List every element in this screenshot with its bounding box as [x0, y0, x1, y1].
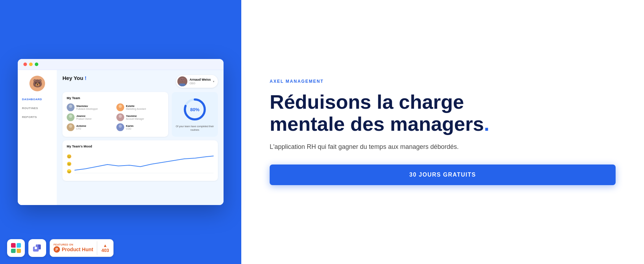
member-info-yasmine: Yasmine Account Manager	[126, 114, 144, 120]
member-name: Jeanne	[76, 114, 92, 118]
svg-rect-16	[117, 129, 123, 131]
member-avatar-stanislav	[67, 103, 75, 111]
svg-point-9	[69, 115, 72, 118]
member-role: Fullstack Developper	[76, 108, 98, 111]
browser-toolbar	[18, 59, 224, 70]
teams-badge[interactable]	[28, 239, 46, 257]
member-info-karim: Karim COO	[126, 124, 133, 130]
svg-rect-14	[68, 129, 73, 131]
mood-emoji-sad: 😞	[67, 169, 72, 174]
user-role: CEO	[189, 82, 211, 85]
app-greeting: Hey You !	[62, 75, 87, 81]
team-card-title: My Team	[67, 96, 164, 100]
browser-content: 🐻 DASHBOARD ROUTINES REPORTS Hey You !	[18, 70, 224, 205]
browser-dot-green	[35, 63, 38, 66]
member-role: Marketing Assistant	[126, 108, 146, 111]
mood-emoji-neutral: 😐	[67, 162, 72, 166]
ph-featured-on-label: FEATURED ON	[54, 243, 73, 246]
progress-description: Of your team have completed their routin…	[175, 125, 214, 132]
slack-badge[interactable]	[7, 239, 25, 257]
producthunt-badge[interactable]: FEATURED ON P Product Hunt ▲ 403	[50, 239, 114, 257]
member-name: Karim	[126, 124, 133, 128]
browser-dot-red	[23, 63, 27, 66]
ph-arrow-icon: ▲	[103, 243, 108, 248]
member-name: Yasmine	[126, 114, 144, 118]
member-info-jeanne: Jeanne Product Owner	[76, 114, 92, 120]
svg-point-15	[119, 125, 122, 128]
member-role: Product Owner	[76, 118, 92, 120]
ph-product-hunt-name: Product Hunt	[62, 247, 93, 252]
sidebar-avatar: 🐻	[29, 76, 45, 91]
user-details: Arnaud Weiss CEO	[189, 78, 211, 85]
hero-title-line2: mentale des managers	[270, 113, 484, 135]
member-info-estelle: Estelle Marketing Assistant	[126, 104, 146, 111]
ph-count: 403	[101, 248, 109, 253]
mood-emoji-happy: 😊	[67, 154, 72, 159]
member-avatar-karim	[116, 123, 124, 131]
team-member-antoine: Antoine CTO	[67, 123, 114, 131]
app-main: Hey You !	[57, 70, 224, 205]
member-name: Estelle	[126, 104, 146, 108]
chevron-down-icon: ▾	[213, 80, 214, 83]
member-info-stanislav: Stanislav Fullstack Developper	[76, 104, 98, 111]
team-member-karim: Karim COO	[116, 123, 164, 131]
progress-percentage: 80%	[190, 107, 199, 112]
progress-ring: 80%	[182, 97, 207, 122]
cta-button[interactable]: 30 JOURS GRATUITS	[270, 165, 616, 185]
team-member-jeanne: Jeanne Product Owner	[67, 113, 114, 121]
ph-right: ▲ 403	[97, 241, 114, 255]
member-name: Antoine	[76, 124, 86, 128]
svg-rect-24	[34, 249, 37, 252]
svg-point-5	[69, 105, 72, 108]
mood-card-title: My Team's Mood	[67, 145, 214, 148]
member-avatar-antoine	[67, 123, 75, 131]
svg-point-2	[181, 79, 182, 80]
svg-point-13	[69, 125, 72, 128]
sidebar-nav: DASHBOARD ROUTINES REPORTS	[22, 96, 53, 120]
mood-chart-area: 😊 😐 😞	[67, 152, 214, 177]
svg-rect-8	[117, 109, 123, 111]
svg-rect-6	[68, 109, 73, 111]
right-panel: AXEL MANAGEMENT Réduisons la charge ment…	[241, 0, 644, 264]
progress-card: 80% Of your team have completed their ro…	[172, 92, 218, 137]
member-avatar-estelle	[116, 103, 124, 111]
svg-rect-10	[68, 119, 73, 121]
user-info[interactable]: Arnaud Weiss CEO ▾	[176, 75, 218, 88]
team-card: My Team	[62, 92, 168, 137]
sidebar-nav-reports[interactable]: REPORTS	[22, 114, 53, 120]
app-header: Hey You !	[62, 75, 218, 88]
teams-icon	[32, 243, 42, 253]
browser-dot-yellow	[29, 63, 33, 66]
app-sidebar: 🐻 DASHBOARD ROUTINES REPORTS	[18, 70, 57, 205]
cards-row: My Team	[62, 92, 218, 137]
hero-subtitle: L'application RH qui fait gagner du temp…	[270, 142, 616, 152]
browser-mockup: 🐻 DASHBOARD ROUTINES REPORTS Hey You !	[18, 59, 224, 205]
slack-icon	[11, 243, 21, 253]
brand-label: AXEL MANAGEMENT	[270, 79, 616, 84]
svg-point-23	[35, 247, 37, 249]
svg-point-7	[119, 105, 122, 108]
member-info-antoine: Antoine CTO	[76, 124, 86, 130]
sidebar-nav-dashboard[interactable]: DASHBOARD	[22, 96, 53, 102]
svg-point-11	[119, 115, 122, 118]
team-member-estelle: Estelle Marketing Assistant	[116, 103, 164, 111]
mood-emojis: 😊 😐 😞	[67, 154, 72, 174]
member-role: Account Manager	[126, 118, 144, 120]
sidebar-nav-routines[interactable]: ROUTINES	[22, 105, 53, 111]
svg-point-21	[36, 244, 38, 247]
member-avatar-jeanne	[67, 113, 75, 121]
hero-title-accent: .	[484, 113, 490, 135]
bottom-badges: FEATURED ON P Product Hunt ▲ 403	[7, 239, 114, 257]
member-role: CTO	[76, 128, 86, 130]
member-name: Stanislav	[76, 104, 98, 108]
hero-title-line1: Réduisons la charge	[270, 91, 464, 113]
user-name: Arnaud Weiss	[189, 78, 211, 82]
left-panel: 🐻 DASHBOARD ROUTINES REPORTS Hey You !	[0, 0, 241, 264]
hero-title: Réduisons la charge mentale des managers…	[270, 91, 616, 135]
svg-point-3	[183, 79, 183, 80]
svg-rect-12	[117, 119, 123, 121]
user-avatar	[177, 76, 187, 86]
svg-rect-4	[179, 83, 186, 86]
ph-left: FEATURED ON P Product Hunt	[50, 241, 97, 255]
greeting-accent: !	[85, 75, 87, 81]
